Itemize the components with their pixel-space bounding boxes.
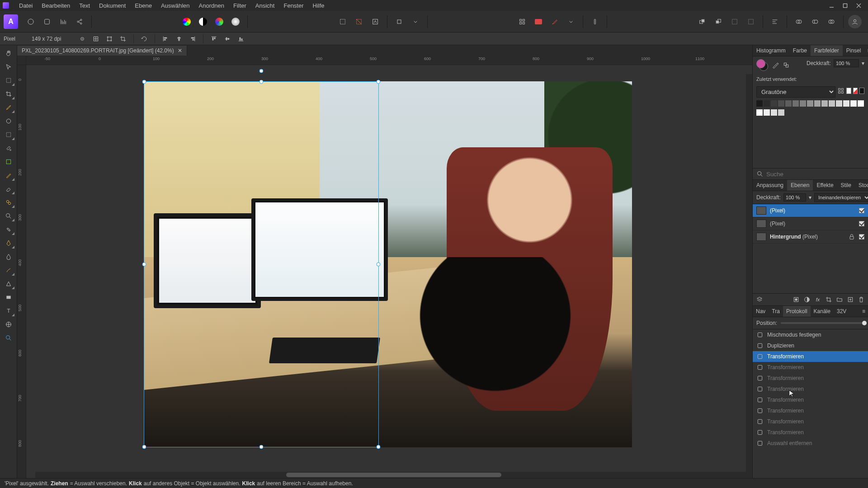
tab-protokoll[interactable]: Protokoll — [783, 306, 811, 317]
swatch[interactable] — [843, 100, 849, 107]
layer-footer-folder-icon[interactable] — [835, 296, 844, 304]
menu-anordnen[interactable]: Anordnen — [194, 0, 229, 11]
account-button[interactable] — [848, 15, 862, 28]
history-row[interactable]: Transformieren — [753, 362, 868, 373]
menu-filter[interactable]: Filter — [229, 0, 251, 11]
swatch-white[interactable] — [846, 88, 851, 94]
swatch-black[interactable] — [859, 88, 864, 94]
tool-selection-rect[interactable] — [2, 74, 15, 87]
tab-tra[interactable]: Tra — [769, 306, 783, 317]
history-row[interactable]: Auswahl entfernen — [753, 438, 868, 449]
history-row[interactable]: Transformieren — [753, 351, 868, 362]
tab-farbfelder[interactable]: Farbfelder — [811, 45, 843, 56]
top-tabs-menu-icon[interactable]: ≡ — [864, 45, 868, 56]
opacity-caret-icon[interactable]: ▾ — [862, 60, 864, 66]
menu-text[interactable]: Text — [75, 0, 94, 11]
history-position-slider[interactable] — [781, 322, 864, 324]
tab-ebenen[interactable]: Ebenen — [787, 180, 813, 191]
red-tag-button[interactable] — [532, 15, 545, 28]
tab-pinsel[interactable]: Pinsel — [843, 45, 865, 56]
history-row[interactable]: Transformieren — [753, 427, 868, 438]
swatch[interactable] — [756, 109, 763, 116]
ctx-transform-icon[interactable] — [104, 34, 114, 44]
tool-crop[interactable] — [2, 88, 15, 100]
layer-footer-delete-icon[interactable] — [857, 296, 865, 304]
layer-visibility-checkbox[interactable] — [859, 221, 864, 226]
menu-bearbeiten[interactable]: Bearbeiten — [37, 0, 75, 11]
dropdown-caret[interactable] — [409, 15, 422, 28]
swatch[interactable] — [756, 100, 763, 107]
document-tab-close[interactable]: ✕ — [178, 47, 182, 54]
reset-colors-icon[interactable] — [783, 61, 790, 69]
tab-farbe[interactable]: Farbe — [789, 45, 811, 56]
align-left-icon[interactable] — [160, 34, 170, 44]
arrange-back-button[interactable] — [712, 15, 725, 28]
boolean-add-button[interactable] — [792, 15, 806, 28]
menu-hilfe[interactable]: Hilfe — [308, 0, 329, 11]
canvas-viewport[interactable] — [26, 65, 752, 478]
menu-dokument[interactable]: Dokument — [94, 0, 130, 11]
layer-opacity-caret[interactable]: ▾ — [809, 194, 811, 201]
tool-zoom-lens[interactable] — [2, 210, 15, 222]
ruler-vertical[interactable]: 0100200300400500600700800 — [17, 65, 26, 478]
swatch[interactable] — [778, 109, 784, 116]
align-right-icon[interactable] — [188, 34, 198, 44]
boolean-intersect-button[interactable] — [825, 15, 838, 28]
info-button[interactable] — [588, 15, 602, 28]
tool-marquee[interactable] — [2, 128, 15, 141]
swatch[interactable] — [836, 100, 842, 107]
history-row[interactable]: Duplizieren — [753, 340, 868, 351]
layer-footer-crop-icon[interactable] — [825, 296, 833, 304]
search-input[interactable] — [766, 171, 864, 178]
swatch[interactable] — [850, 100, 857, 107]
tool-flood[interactable] — [2, 142, 15, 155]
swatch[interactable] — [793, 100, 799, 107]
align-top-icon[interactable] — [209, 34, 219, 44]
persona-photo-button[interactable] — [24, 15, 38, 28]
tool-smudge[interactable] — [2, 264, 15, 277]
vertical-scrollbar[interactable] — [746, 74, 752, 472]
tool-healing[interactable] — [2, 223, 15, 236]
eyedropper-icon[interactable] — [772, 61, 779, 69]
tool-droplet[interactable] — [2, 250, 15, 263]
palette-select[interactable]: Grautöne — [756, 86, 835, 98]
tab-32v[interactable]: 32V — [834, 306, 849, 317]
tool-brush[interactable] — [2, 101, 15, 114]
menu-fenster[interactable]: Fenster — [279, 0, 308, 11]
grid-view-button[interactable] — [515, 15, 529, 28]
color-wheel-button[interactable] — [180, 15, 193, 28]
tool-gradient[interactable] — [2, 155, 15, 168]
layer-visibility-checkbox[interactable] — [859, 208, 864, 213]
rgb-button[interactable] — [212, 15, 226, 28]
tool-clone[interactable] — [2, 196, 15, 209]
history-row[interactable]: Transformieren — [753, 394, 868, 405]
tab-effekte[interactable]: Effekte — [813, 180, 837, 191]
layer-footer-stack-icon[interactable] — [755, 296, 764, 304]
swatch[interactable] — [821, 100, 828, 107]
layer-row[interactable]: Hintergrund (Pixel) — [753, 230, 868, 244]
align-bottom-icon[interactable] — [236, 34, 246, 44]
align-button[interactable] — [768, 15, 782, 28]
menu-ebene[interactable]: Ebene — [130, 0, 156, 11]
window-maximize-button[interactable] — [838, 0, 852, 11]
swatch[interactable] — [764, 109, 770, 116]
history-row[interactable]: Transformieren — [753, 405, 868, 416]
selection-marquee-button[interactable] — [336, 15, 349, 28]
persona-liquify-button[interactable] — [40, 15, 54, 28]
layer-footer-fx-icon[interactable]: fx — [814, 296, 822, 304]
ruler-origin[interactable] — [17, 56, 26, 65]
swatch[interactable] — [778, 100, 784, 107]
tab-kanäle[interactable]: Kanäle — [811, 306, 834, 317]
ruler-horizontal[interactable]: -50010020030040050060070080090010001100 — [26, 56, 752, 65]
blend-mode-select[interactable]: Ineinanderkopieren — [814, 193, 868, 202]
layer-footer-add-icon[interactable] — [846, 296, 854, 304]
tab-nav[interactable]: Nav — [753, 306, 769, 317]
tool-hand[interactable] — [2, 47, 15, 60]
tool-color-replace[interactable] — [2, 115, 15, 127]
layer-row[interactable]: (Pixel) — [753, 204, 868, 217]
swatch[interactable] — [771, 109, 777, 116]
crop-dropdown-button[interactable] — [392, 15, 406, 28]
bottom-tabs-menu-icon[interactable]: ≡ — [859, 306, 868, 317]
persona-export-button[interactable] — [73, 15, 86, 28]
swatch[interactable] — [800, 100, 806, 107]
